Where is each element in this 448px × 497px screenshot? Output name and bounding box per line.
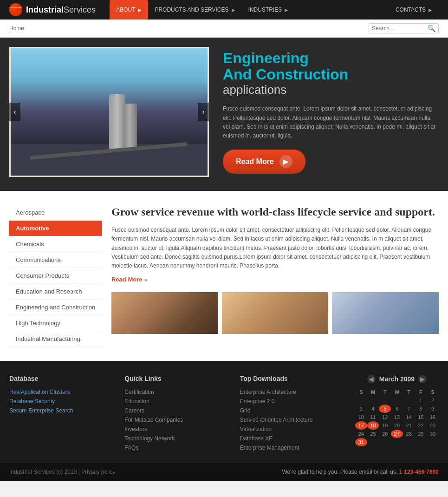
- read-more-button[interactable]: Read More ▶: [223, 150, 305, 174]
- cal-day: [391, 438, 403, 446]
- cal-day: [379, 438, 391, 446]
- slider-prev-button[interactable]: ‹: [9, 103, 20, 121]
- cal-day: [427, 438, 439, 446]
- footer-link-dbsecurity[interactable]: Database Security: [9, 398, 115, 405]
- cal-day: 7: [403, 405, 415, 413]
- footer-td-enterprise-arch[interactable]: Enterprise Architecture: [240, 389, 346, 395]
- footer-td-enterprise2[interactable]: Enterprise 2.0: [240, 398, 346, 405]
- cal-header-wed: W: [391, 388, 403, 396]
- sidebar-item-aerospace[interactable]: Aerospace: [9, 205, 102, 221]
- cal-week-1: 1 2: [355, 396, 439, 405]
- footer-link-realapp[interactable]: RealApplication Clusters: [9, 389, 115, 395]
- search-box: 🔍: [369, 23, 439, 33]
- hero-title-sub: applications: [223, 83, 439, 97]
- cal-week-5: 24 25 26 27 28 29 30: [355, 430, 439, 438]
- footer-td-grid[interactable]: Grid: [240, 407, 346, 414]
- arrow-icon: ▶: [138, 7, 142, 13]
- cal-day: 29: [415, 430, 427, 438]
- hero-content: Engineering And Construction application…: [223, 50, 439, 174]
- cal-day: 4: [367, 405, 379, 413]
- footer-database: Database RealApplication Clusters Databa…: [9, 375, 115, 454]
- calendar-next-button[interactable]: ▶: [418, 375, 427, 383]
- cal-day: [403, 396, 415, 405]
- content-description: Fusce euismod consequat ante. Lorem ipsu…: [111, 226, 439, 270]
- grid-image-2: [222, 292, 329, 334]
- footer-td-virtualization[interactable]: Virtualization: [240, 426, 346, 432]
- cal-day: 3: [355, 405, 367, 413]
- brand-industrial: Industrial: [26, 5, 64, 15]
- cal-day: 16: [427, 413, 439, 421]
- sidebar-item-industrial[interactable]: Industrial Manufacturing: [9, 331, 102, 347]
- footer-link-enterprise-search[interactable]: Secure Enterprise Search: [9, 407, 115, 414]
- search-input[interactable]: [372, 25, 428, 32]
- hero-section: ‹ › Engineering And Construction applica…: [0, 38, 448, 191]
- cal-day: [367, 396, 379, 405]
- nav-industries[interactable]: INDUSTRIES ▶: [242, 0, 295, 20]
- sidebar-item-automotive[interactable]: Automotive: [9, 221, 102, 236]
- cal-header-tue: T: [379, 388, 391, 396]
- cal-day: 20: [391, 421, 403, 430]
- footer-td-soa[interactable]: Service-Oriented Architecture: [240, 417, 346, 423]
- calendar-header: ◀ March 2009 ▶: [355, 375, 439, 383]
- nav-products-services[interactable]: PRODUCTS AND SERVICES ▶: [148, 0, 241, 20]
- nav-about[interactable]: ABOUT ▶: [110, 0, 148, 20]
- cal-day-highlight[interactable]: 27: [391, 430, 403, 438]
- cal-day: 11: [367, 413, 379, 421]
- cal-day: 14: [403, 413, 415, 421]
- bottom-bar: Industrial Services (c) 2010 | Privacy p…: [0, 463, 448, 481]
- footer-ql-education[interactable]: Education: [124, 398, 230, 405]
- footer-top-downloads: Top Downloads Enterprise Architecture En…: [240, 375, 346, 454]
- cal-day: 15: [415, 413, 427, 421]
- sidebar-item-education[interactable]: Education and Research: [9, 284, 102, 300]
- brand-services: Services: [64, 5, 96, 15]
- footer-td-enterprise-mgmt[interactable]: Enterprise Management: [240, 445, 346, 451]
- sidebar-item-communications[interactable]: Communications: [9, 252, 102, 268]
- slider-next-button[interactable]: ›: [198, 103, 209, 121]
- cal-header-mon: M: [367, 388, 379, 396]
- industrial-scene: [11, 48, 208, 176]
- sidebar-item-chemicals[interactable]: Chemicals: [9, 236, 102, 252]
- image-grid: [111, 292, 439, 334]
- footer-td-databasexe[interactable]: Database XE: [240, 435, 346, 442]
- footer-ql-midsize[interactable]: For Midsize Companies: [124, 417, 230, 423]
- footer-ql-faqs[interactable]: FAQs: [124, 445, 230, 451]
- hero-image: [9, 47, 209, 177]
- hero-slider: ‹ ›: [9, 47, 209, 177]
- phone-number[interactable]: 1-123-456-7890: [399, 469, 439, 475]
- calendar-prev-button[interactable]: ◀: [367, 375, 376, 383]
- footer-ql-investors[interactable]: Investors: [124, 426, 230, 432]
- globe-icon: [9, 3, 22, 16]
- content-title: Grow service revenue with world-class li…: [111, 205, 439, 219]
- footer-calendar: ◀ March 2009 ▶ S M T W T F S: [355, 375, 439, 454]
- content-read-more[interactable]: Read More »: [111, 276, 439, 283]
- footer-ql-certification[interactable]: Certification: [124, 389, 230, 395]
- sidebar-item-engineering[interactable]: Engineering and Construction: [9, 300, 102, 315]
- cal-day: [415, 438, 427, 446]
- cal-day-highlight[interactable]: 18: [367, 421, 379, 430]
- logo[interactable]: IndustrialServices: [9, 3, 96, 16]
- sidebar-item-consumer-products[interactable]: Consumer Products: [9, 268, 102, 284]
- cal-day: 30: [427, 430, 439, 438]
- cal-day-today[interactable]: 5: [379, 405, 391, 413]
- sidebar-item-high-technology[interactable]: High Technology: [9, 315, 102, 331]
- grid-image-3: [332, 292, 439, 334]
- cal-week-4: 17 18 19 20 21 22 23: [355, 421, 439, 430]
- footer-ql-technetwork[interactable]: Technology Network: [124, 435, 230, 442]
- chevron-right-icon: »: [144, 277, 147, 282]
- silo-2: [123, 104, 137, 150]
- cal-day: [379, 396, 391, 405]
- nav-contacts[interactable]: CONTACTS ▶: [389, 0, 439, 20]
- cal-day: 25: [367, 430, 379, 438]
- footer-ql-careers[interactable]: Careers: [124, 407, 230, 414]
- header: IndustrialServices ABOUT ▶ PRODUCTS AND …: [0, 0, 448, 20]
- footer: Database RealApplication Clusters Databa…: [0, 361, 448, 463]
- breadcrumb[interactable]: Home: [9, 25, 24, 32]
- search-icon[interactable]: 🔍: [428, 25, 435, 32]
- cal-week-2: 3 4 5 6 7 8 9: [355, 405, 439, 413]
- cal-day: [391, 396, 403, 405]
- cal-day: 12: [379, 413, 391, 421]
- cal-day-highlight[interactable]: 31: [355, 438, 367, 446]
- btn-arrow-icon: ▶: [279, 155, 292, 168]
- cal-day: 24: [355, 430, 367, 438]
- cal-day-highlight[interactable]: 17: [355, 421, 367, 430]
